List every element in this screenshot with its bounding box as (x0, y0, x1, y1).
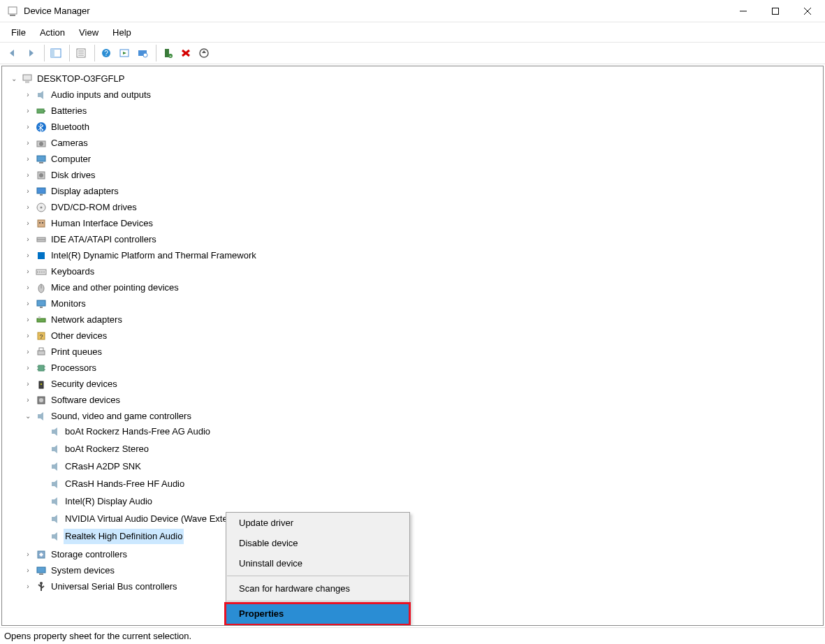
back-button[interactable] (4, 45, 21, 61)
tree-category[interactable]: ⌄ Sound, video and game controllers (23, 409, 193, 424)
monitor-icon (36, 298, 47, 309)
tree-category[interactable]: › IDE ATA/ATAPI controllers (23, 232, 158, 247)
expand-icon[interactable]: › (23, 566, 33, 576)
tree-category-label: Human Interface Devices (50, 216, 154, 231)
tree-category[interactable]: › Processors (23, 360, 98, 376)
maximize-button[interactable] (759, 1, 791, 22)
tree-category[interactable]: › Mice and other pointing devices (23, 280, 180, 295)
scan-hardware-button[interactable] (134, 45, 151, 61)
minimize-button[interactable] (727, 1, 759, 22)
svg-rect-31 (37, 109, 44, 113)
speaker-icon (50, 426, 61, 437)
tree-category[interactable]: › Intel(R) Dynamic Platform and Thermal … (23, 248, 258, 263)
tree-category[interactable]: › Monitors (23, 296, 87, 312)
tree-category[interactable]: › Keyboards (23, 264, 96, 279)
tree-category[interactable]: › Universal Serial Bus controllers (23, 579, 179, 594)
speaker-icon (50, 496, 61, 507)
tree-category[interactable]: › ? Other devices (23, 328, 108, 344)
expand-icon[interactable]: › (23, 219, 33, 228)
expand-icon[interactable]: › (23, 331, 33, 341)
hid-icon (36, 218, 47, 229)
tree-root[interactable]: ⌄ DESKTOP-O3FGFLP (9, 71, 126, 87)
menu-action[interactable]: Action (33, 24, 72, 41)
expand-icon[interactable]: › (23, 186, 33, 196)
toolbar-separator (42, 45, 45, 61)
computer-root-icon (22, 73, 33, 85)
expand-icon[interactable]: › (23, 203, 33, 212)
tree-category[interactable]: › Storage controllers (23, 547, 129, 562)
menu-file[interactable]: File (4, 24, 33, 41)
tree-device[interactable]: boAt Rockerz Stereo (37, 441, 150, 457)
svg-rect-32 (44, 110, 45, 112)
close-button[interactable] (791, 1, 824, 22)
tree-device[interactable]: boAt Rockerz Hands-Free AG Audio (37, 424, 212, 439)
tree-category[interactable]: › Bluetooth (23, 119, 91, 135)
tree-device[interactable]: CRasH Hands-Free HF Audio (37, 476, 186, 492)
expand-icon[interactable]: › (23, 106, 33, 116)
show-hide-tree-button[interactable] (48, 45, 64, 61)
tree-category-label: System devices (50, 563, 116, 578)
battery-icon (36, 105, 47, 117)
expand-icon[interactable]: › (23, 138, 33, 148)
tree-category-label: Print queues (50, 344, 103, 360)
processor-icon (36, 363, 47, 374)
expand-icon[interactable]: › (23, 363, 33, 373)
expand-icon[interactable]: › (23, 267, 33, 277)
expand-icon[interactable]: › (23, 154, 33, 164)
menu-help[interactable]: Help (105, 24, 138, 41)
expand-icon[interactable]: › (23, 582, 33, 592)
svg-rect-64 (39, 348, 43, 351)
tree-category[interactable]: › Display adapters (23, 184, 120, 199)
tree-category[interactable]: › Software devices (23, 393, 122, 408)
tree-category[interactable]: › Computer (23, 152, 92, 167)
expand-icon[interactable]: › (23, 90, 33, 100)
expand-icon[interactable]: ⌄ (23, 411, 33, 421)
tree-device[interactable]: CRasH A2DP SNK (37, 459, 143, 474)
expand-icon[interactable]: › (23, 122, 33, 132)
svg-rect-59 (37, 319, 45, 322)
context-menu-item[interactable]: Update driver (226, 513, 409, 533)
tree-category[interactable]: › Print queues (23, 344, 103, 360)
tree-category[interactable]: › Security devices (23, 376, 119, 392)
camera-icon (36, 138, 47, 149)
forward-button[interactable] (22, 45, 39, 61)
tree-category[interactable]: › Batteries (23, 103, 88, 119)
tree-category[interactable]: › Network adapters (23, 312, 124, 328)
tree-category[interactable]: › Human Interface Devices (23, 216, 154, 231)
expand-icon[interactable]: › (23, 550, 33, 559)
context-menu-item[interactable]: Scan for hardware changes (226, 578, 409, 599)
expand-icon[interactable]: › (23, 347, 33, 357)
action-button[interactable] (116, 45, 133, 61)
context-menu-item[interactable]: Properties (226, 603, 409, 624)
tree-device[interactable]: Realtek High Definition Audio (37, 529, 184, 544)
svg-marker-83 (54, 480, 57, 488)
expand-icon[interactable]: › (23, 299, 33, 309)
expand-icon[interactable]: ⌄ (9, 74, 19, 84)
expand-icon[interactable]: › (23, 235, 33, 244)
context-menu-item[interactable]: Uninstall device (226, 553, 409, 573)
properties-button[interactable] (73, 45, 89, 61)
tree-category-label: Batteries (50, 103, 88, 119)
device-tree[interactable]: ⌄ DESKTOP-O3FGFLP › Audio inputs and out… (1, 66, 824, 626)
uninstall-button[interactable] (177, 45, 194, 61)
tree-category[interactable]: › System devices (23, 563, 116, 578)
tree-category[interactable]: › Disk drives (23, 168, 97, 183)
expand-icon[interactable]: › (23, 379, 33, 389)
context-menu-item[interactable]: Disable device (226, 533, 409, 553)
tree-category[interactable]: › Audio inputs and outputs (23, 87, 152, 103)
add-legacy-button[interactable]: + (159, 45, 176, 61)
speaker-icon (50, 531, 61, 542)
tree-category[interactable]: › DVD/CD-ROM drives (23, 200, 138, 215)
update-driver-button[interactable] (196, 45, 212, 61)
help-button[interactable]: ? (98, 45, 115, 61)
tree-device[interactable]: Intel(R) Display Audio (37, 494, 154, 509)
tree-category[interactable]: › Cameras (23, 136, 89, 151)
disk-icon (36, 170, 47, 181)
expand-icon[interactable]: › (23, 395, 33, 405)
expand-icon[interactable]: › (23, 283, 33, 293)
menu-view[interactable]: View (72, 24, 105, 41)
context-menu-separator (227, 601, 409, 601)
expand-icon[interactable]: › (23, 170, 33, 180)
expand-icon[interactable]: › (23, 315, 33, 325)
expand-icon[interactable]: › (23, 251, 33, 261)
